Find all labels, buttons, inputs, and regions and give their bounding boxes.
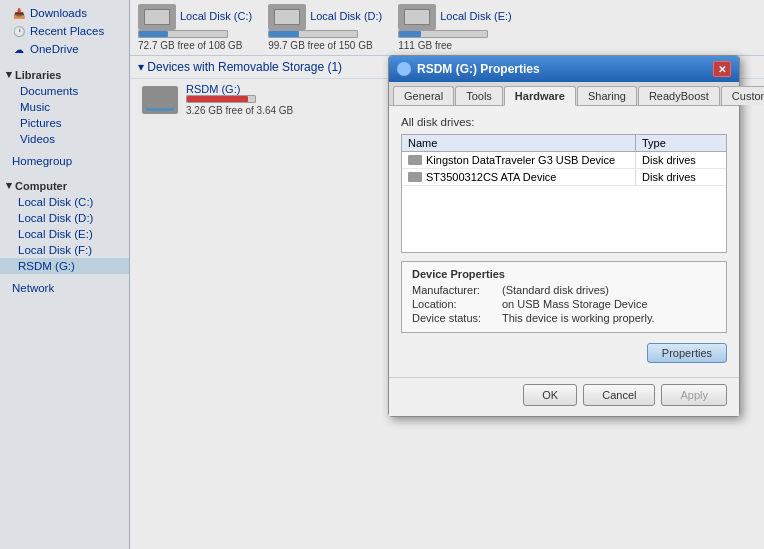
drive-row-1-icon <box>408 172 422 182</box>
manufacturer-row: Manufacturer: (Standard disk drives) <box>412 284 716 296</box>
device-props-box: Device Properties Manufacturer: (Standar… <box>401 261 727 333</box>
apply-button[interactable]: Apply <box>661 384 727 406</box>
location-label: Location: <box>412 298 502 310</box>
drive-row-1-type: Disk drives <box>636 169 726 185</box>
all-disk-drives-label: All disk drives: <box>401 116 727 128</box>
drives-table-header: Name Type <box>402 135 726 152</box>
manufacturer-label: Manufacturer: <box>412 284 502 296</box>
manufacturer-value: (Standard disk drives) <box>502 284 609 296</box>
drive-row-0-name: Kingston DataTraveler G3 USB Device <box>402 152 636 168</box>
dialog-close-button[interactable]: ✕ <box>713 61 731 77</box>
drive-row-1[interactable]: ST3500312CS ATA Device Disk drives <box>402 169 726 186</box>
modal-overlay: RSDM (G:) Properties ✕ General Tools Har… <box>0 0 764 549</box>
tab-sharing[interactable]: Sharing <box>577 86 637 105</box>
drives-table-area: Name Type Kingston DataTraveler G3 USB D… <box>401 134 727 253</box>
drive-row-0-icon <box>408 155 422 165</box>
ok-button[interactable]: OK <box>523 384 577 406</box>
cancel-button[interactable]: Cancel <box>583 384 655 406</box>
col-header-type: Type <box>636 135 726 151</box>
status-label: Device status: <box>412 312 502 324</box>
dialog-title-left: RSDM (G:) Properties <box>397 62 540 76</box>
properties-dialog: RSDM (G:) Properties ✕ General Tools Har… <box>388 55 740 417</box>
location-value: on USB Mass Storage Device <box>502 298 648 310</box>
drives-list-area: Kingston DataTraveler G3 USB Device Disk… <box>402 152 726 252</box>
dialog-title-icon <box>397 62 411 76</box>
dialog-title: RSDM (G:) Properties <box>417 62 540 76</box>
tab-hardware[interactable]: Hardware <box>504 86 576 106</box>
tab-general[interactable]: General <box>393 86 454 105</box>
status-value: This device is working properly. <box>502 312 655 324</box>
device-props-title: Device Properties <box>412 268 716 280</box>
status-row: Device status: This device is working pr… <box>412 312 716 324</box>
dialog-tabs: General Tools Hardware Sharing ReadyBoos… <box>389 82 739 106</box>
properties-btn-row: Properties <box>401 343 727 363</box>
properties-button[interactable]: Properties <box>647 343 727 363</box>
tab-tools[interactable]: Tools <box>455 86 503 105</box>
location-row: Location: on USB Mass Storage Device <box>412 298 716 310</box>
tab-customize[interactable]: Customize <box>721 86 764 105</box>
drive-row-1-name: ST3500312CS ATA Device <box>402 169 636 185</box>
dialog-body: All disk drives: Name Type Kingston Data… <box>389 106 739 377</box>
drive-row-0-type: Disk drives <box>636 152 726 168</box>
col-header-name: Name <box>402 135 636 151</box>
dialog-footer: OK Cancel Apply <box>389 377 739 416</box>
drive-row-0[interactable]: Kingston DataTraveler G3 USB Device Disk… <box>402 152 726 169</box>
tab-readyboost[interactable]: ReadyBoost <box>638 86 720 105</box>
dialog-titlebar: RSDM (G:) Properties ✕ <box>389 56 739 82</box>
